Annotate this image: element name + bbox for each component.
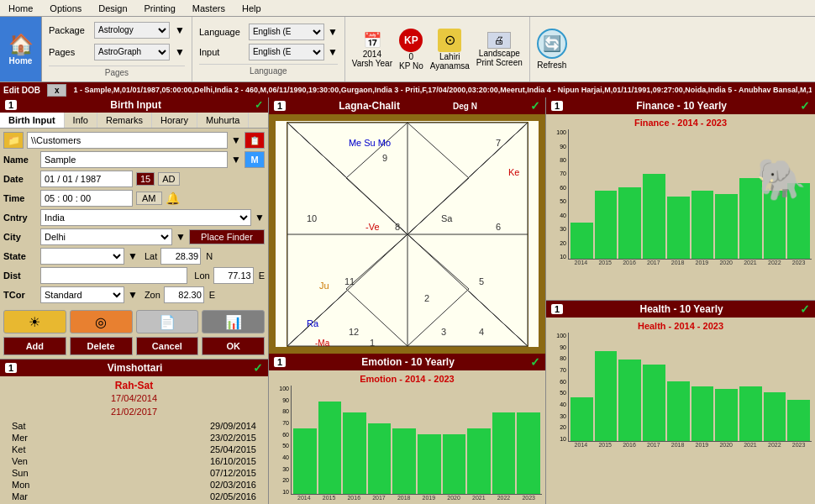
package-dropdown[interactable]: ▼ (175, 24, 185, 36)
bar (343, 412, 366, 495)
bar (492, 412, 516, 495)
lahiri-sublabel: Ayanamsa (430, 61, 470, 71)
action-btn-sun[interactable]: ☀ (3, 310, 66, 333)
varsh-year-btn[interactable]: 📅 2014 Varsh Year (352, 31, 392, 68)
menu-options[interactable]: Options (41, 2, 90, 15)
menu-masters[interactable]: Masters (184, 2, 234, 15)
tab-horary[interactable]: Horary (152, 113, 197, 128)
calendar-icon: 📅 (363, 31, 381, 50)
country-select[interactable]: India (40, 209, 251, 226)
country-dropdown[interactable]: ▼ (255, 212, 265, 223)
city-dropdown[interactable]: ▼ (176, 231, 186, 243)
action-btn-circle[interactable]: ◎ (70, 310, 133, 333)
health-num: 1 (551, 304, 563, 314)
bar (764, 392, 786, 442)
svg-text:6: 6 (496, 222, 501, 232)
place-finder-button[interactable]: Place Finder (189, 229, 265, 244)
finance-header: 1 Finance - 10 Yearly ✓ (546, 97, 815, 114)
x-label: 2021 (739, 442, 762, 448)
bar (418, 434, 441, 495)
action-buttons: ☀ ◎ 📄 📊 (0, 307, 268, 337)
name-row: Name ▼ M (3, 151, 265, 168)
vimshottari-content: Rah-Sat 17/04/2014 21/02/2017 Sat29/09/2… (0, 376, 268, 504)
name-input[interactable] (40, 151, 228, 168)
home-button[interactable]: 🏠 Home (0, 17, 42, 81)
folder-icon[interactable]: 📁 (3, 132, 24, 149)
svg-text:4: 4 (479, 327, 484, 337)
pages-select[interactable]: AstroGraph (94, 44, 170, 60)
varsh-year-sublabel: Varsh Year (352, 59, 392, 68)
country-row: Cntry India ▼ (3, 209, 265, 226)
refresh-button[interactable]: 🔄 (537, 29, 567, 59)
city-select[interactable]: Delhi (40, 228, 172, 245)
action-btn-doc[interactable]: 📄 (136, 310, 199, 333)
action-btn-chart[interactable]: 📊 (202, 310, 265, 333)
ganesha-image: 🐘 (756, 156, 807, 203)
ok-button[interactable]: OK (202, 337, 265, 355)
folder-red-btn[interactable]: 📋 (244, 132, 265, 149)
dob-tab[interactable]: x (47, 84, 67, 97)
state-dropdown[interactable]: ▼ (128, 250, 138, 262)
add-button[interactable]: Add (3, 337, 66, 355)
alarm-icon[interactable]: 🔔 (166, 192, 180, 205)
lagna-deg: Deg N (453, 102, 477, 111)
bar (667, 381, 690, 442)
dist-input[interactable] (40, 267, 187, 284)
package-select[interactable]: Astrology (94, 22, 170, 39)
input-select[interactable]: English (E (249, 44, 324, 60)
health-panel: 1 Health - 10 Yearly ✓ Health - 2014 - 2… (546, 301, 815, 504)
home-label: Home (9, 56, 33, 66)
birth-input-num: 1 (5, 100, 17, 110)
kp-no-btn[interactable]: KP 0 KP No (399, 29, 423, 71)
tcor-dropdown[interactable]: ▼ (128, 289, 138, 301)
emotion-panel: 1 Emotion - 10 Yearly ✓ Emotion - 2014 -… (269, 354, 545, 504)
zon-input[interactable] (164, 286, 204, 303)
language-dropdown[interactable]: ▼ (328, 26, 338, 38)
bar (643, 365, 665, 441)
pages-dropdown[interactable]: ▼ (175, 46, 185, 58)
emotion-chart-inner: Emotion - 2014 - 2023 10 20 30 40 50 60 … (269, 370, 545, 504)
date-cal-button[interactable]: 15 (136, 172, 155, 186)
bar (787, 400, 810, 441)
health-title: Health - 10 Yearly (639, 303, 723, 315)
svg-text:Sa: Sa (441, 213, 453, 223)
folder-path-input[interactable] (27, 132, 228, 149)
state-select[interactable] (40, 248, 124, 265)
svg-text:11: 11 (344, 276, 355, 286)
bar (293, 428, 317, 494)
state-label: State (3, 251, 37, 261)
lat-input[interactable] (160, 248, 201, 265)
menu-home[interactable]: Home (0, 2, 41, 15)
lahiri-btn[interactable]: ⊙ Lahiri Ayanamsa (430, 29, 470, 71)
landscape-btn[interactable]: 🖨 Landscape Print Screen (476, 32, 523, 67)
lagna-header: 1 Lagna-Chalit Deg N ✓ (269, 97, 545, 114)
input-dropdown[interactable]: ▼ (328, 46, 338, 58)
tab-info[interactable]: Info (65, 113, 97, 128)
svg-text:10: 10 (307, 213, 317, 223)
emotion-header: 1 Emotion - 10 Yearly ✓ (269, 354, 545, 370)
gender-button[interactable]: M (244, 151, 265, 168)
lon-input[interactable] (213, 267, 254, 284)
bar (618, 187, 641, 259)
cancel-button[interactable]: Cancel (136, 337, 199, 355)
delete-button[interactable]: Delete (70, 337, 133, 355)
tcor-select[interactable]: Standard (40, 286, 124, 303)
vim-sat-date: 29/09/2014 (210, 421, 256, 431)
vim-row-ven: Ven16/10/2015 (3, 455, 265, 467)
date-input[interactable] (40, 171, 133, 187)
name-dropdown[interactable]: ▼ (231, 154, 241, 165)
menu-printing[interactable]: Printing (136, 2, 184, 15)
menu-help[interactable]: Help (234, 2, 270, 15)
tab-birth-input[interactable]: Birth Input (0, 113, 65, 128)
time-input[interactable] (40, 190, 133, 207)
language-select[interactable]: English (E (249, 24, 324, 40)
era-button[interactable]: AD (158, 172, 179, 186)
x-label: 2018 (666, 442, 689, 448)
tab-remarks[interactable]: Remarks (97, 113, 152, 128)
vim-row-ket: Ket25/04/2015 (3, 444, 265, 455)
menu-design[interactable]: Design (90, 2, 135, 15)
vim-row-sat: Sat29/09/2014 (3, 420, 265, 432)
folder-dropdown[interactable]: ▼ (231, 134, 241, 146)
tab-muhurta[interactable]: Muhurta (197, 113, 249, 128)
ampm-button[interactable]: AM (136, 192, 162, 205)
